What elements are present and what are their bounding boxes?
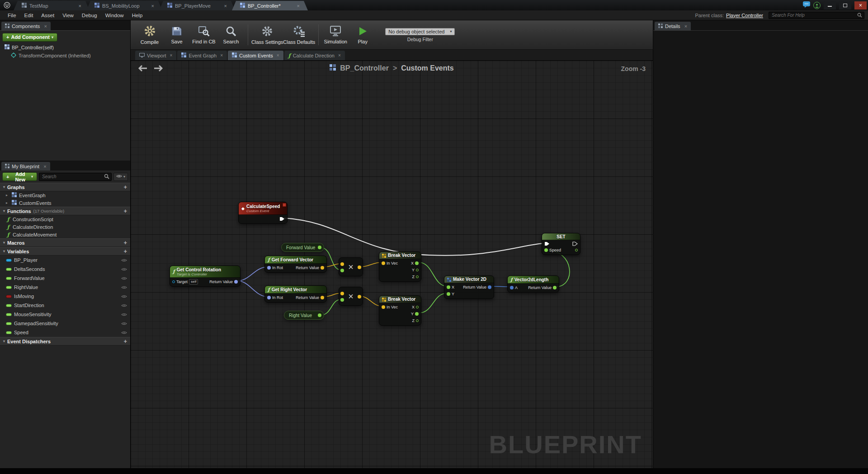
document-tab-testmap[interactable]: TestMap × xyxy=(14,1,90,10)
target-self-field[interactable]: self xyxy=(189,279,198,284)
visibility-eye-icon[interactable] xyxy=(121,322,127,326)
visibility-eye-icon[interactable] xyxy=(121,258,127,262)
maximize-button[interactable] xyxy=(839,1,851,9)
variable-row-ismoving[interactable]: IsMoving xyxy=(0,292,130,301)
document-tab-bp-playermove[interactable]: BP_PlayerMove × xyxy=(159,1,235,10)
node-set-speed[interactable]: SET Speed xyxy=(542,233,580,255)
class-settings-button[interactable]: Class Settings xyxy=(251,22,283,48)
node-break-vector[interactable]: Break Vector In Vec X Y Z xyxy=(379,295,421,326)
collapse-arrow-icon[interactable]: ▾ xyxy=(3,339,5,343)
return-value-pin[interactable] xyxy=(488,285,491,289)
close-panel-icon[interactable]: × xyxy=(43,164,46,169)
find-in-cb-button[interactable]: Find in CB xyxy=(190,22,217,48)
y-pin[interactable] xyxy=(415,312,419,316)
variable-row-rightvalue[interactable]: RightValue xyxy=(0,283,130,292)
add-component-button[interactable]: + Add Component ▾ xyxy=(2,33,57,42)
component-item-transform[interactable]: TransformComponent (Inherited) xyxy=(0,52,130,60)
node-get-forward-vector[interactable]: ƒ Get Forward Vector In Rot Return Value xyxy=(264,256,327,273)
details-tab[interactable]: Details × xyxy=(655,22,691,30)
collapse-arrow-icon[interactable]: ▾ xyxy=(3,241,5,245)
components-tab[interactable]: Components × xyxy=(1,22,51,30)
visibility-eye-icon[interactable] xyxy=(121,313,127,317)
visibility-eye-icon[interactable] xyxy=(121,267,127,271)
close-panel-icon[interactable]: × xyxy=(44,24,47,29)
visibility-eye-icon[interactable] xyxy=(121,276,127,280)
speed-out-pin[interactable] xyxy=(575,249,578,251)
x-pin[interactable] xyxy=(447,285,450,289)
graph-tab-viewport[interactable]: Viewport × xyxy=(135,51,176,60)
collapse-arrow-icon[interactable]: ▾ xyxy=(3,185,5,189)
menu-file[interactable]: File xyxy=(4,13,20,18)
my-blueprint-search-input[interactable] xyxy=(41,174,103,180)
close-window-button[interactable]: × xyxy=(854,1,867,9)
close-tab-icon[interactable]: × xyxy=(79,3,81,9)
in-vec-pin[interactable] xyxy=(382,261,385,265)
output-pin[interactable] xyxy=(358,295,361,299)
menu-debug[interactable]: Debug xyxy=(78,13,101,18)
function-item-calculatemovement[interactable]: ƒ CalculateMovement xyxy=(0,231,130,238)
return-value-pin[interactable] xyxy=(321,266,324,270)
variable-row-startdirection[interactable]: StartDirection xyxy=(0,301,130,310)
nav-back-icon[interactable] xyxy=(138,65,148,74)
graph-canvas[interactable]: BP_Controller > Custom Events Zoom -3 BL… xyxy=(131,61,653,468)
z-pin[interactable] xyxy=(416,319,419,322)
visibility-eye-icon[interactable] xyxy=(121,285,127,289)
add-macro-icon[interactable]: + xyxy=(123,241,127,245)
variable-row-forwardvalue[interactable]: ForwardValue xyxy=(0,274,130,283)
close-tab-icon[interactable]: × xyxy=(277,53,279,58)
node-make-vector-2d[interactable]: Make Vector 2D X Return Value Y xyxy=(444,275,494,299)
node-break-vector[interactable]: Break Vector In Vec X Y Z xyxy=(379,251,421,282)
return-value-pin[interactable] xyxy=(553,286,557,289)
add-event-dispatcher-icon[interactable]: + xyxy=(123,339,127,344)
visibility-eye-icon[interactable] xyxy=(121,303,127,308)
document-tab-bs-mobilityloop[interactable]: BS_MobilityLoop × xyxy=(86,1,162,10)
menu-window[interactable]: Window xyxy=(101,13,128,18)
in-vec-pin[interactable] xyxy=(382,305,385,309)
save-button[interactable]: Save xyxy=(163,22,190,48)
return-value-pin[interactable] xyxy=(234,280,238,284)
my-blueprint-tab[interactable]: My Blueprint × xyxy=(1,162,50,171)
graph-tab-calculate-direction[interactable]: ƒ Calculate Direction × xyxy=(284,51,345,60)
node-get-forward-value[interactable]: Forward Value xyxy=(281,243,324,252)
output-pin[interactable] xyxy=(318,246,321,249)
close-panel-icon[interactable]: × xyxy=(684,24,687,29)
minimize-button[interactable] xyxy=(824,1,836,9)
document-tab-bp-controller[interactable]: BP_Controller* × xyxy=(232,1,308,10)
a-pin[interactable] xyxy=(510,286,514,289)
input-pin-a[interactable] xyxy=(340,292,344,295)
graph-item-eventgraph[interactable]: ▸ EventGraph xyxy=(0,191,130,199)
output-pin[interactable] xyxy=(318,313,321,317)
search-button[interactable]: Search xyxy=(217,22,245,48)
graph-tab-event-graph[interactable]: Event Graph × xyxy=(177,51,227,60)
close-tab-icon[interactable]: × xyxy=(297,3,300,9)
section-variables[interactable]: ▾ Variables + xyxy=(0,247,130,256)
chat-icon[interactable] xyxy=(803,1,810,9)
input-pin-a[interactable] xyxy=(340,262,344,266)
input-pin-b[interactable] xyxy=(340,269,344,272)
exec-out-pin[interactable] xyxy=(279,217,285,221)
play-button[interactable]: Play xyxy=(349,22,376,48)
node-get-right-vector[interactable]: ƒ Get Right Vector In Rot Return Value xyxy=(264,285,327,303)
node-get-right-value[interactable]: Right Value xyxy=(284,311,324,320)
add-graph-icon[interactable]: + xyxy=(123,185,127,190)
parent-class-link[interactable]: Player Controller xyxy=(726,13,763,18)
variable-row-gamepadsensitivity[interactable]: GamepadSensitivity xyxy=(0,319,130,328)
node-multiply[interactable]: × xyxy=(339,287,363,306)
menu-asset[interactable]: Asset xyxy=(37,13,58,18)
collapse-arrow-icon[interactable]: ▾ xyxy=(3,209,5,213)
close-tab-icon[interactable]: × xyxy=(338,53,341,58)
nav-forward-icon[interactable] xyxy=(153,65,163,74)
component-item-self[interactable]: BP_Controller(self) xyxy=(0,43,130,52)
graph-item-customevents[interactable]: ▸ CustomEvents xyxy=(0,199,130,207)
menu-view[interactable]: View xyxy=(58,13,78,18)
collapse-arrow-icon[interactable]: ▾ xyxy=(3,249,5,253)
visibility-eye-icon[interactable] xyxy=(121,331,127,335)
node-calculatespeed-event[interactable]: ◆ CalculateSpeed Custom Event xyxy=(238,202,288,224)
menu-edit[interactable]: Edit xyxy=(20,13,38,18)
return-value-pin[interactable] xyxy=(321,296,324,299)
simulation-button[interactable]: Simulation xyxy=(322,22,349,48)
speed-in-pin[interactable] xyxy=(544,248,548,252)
function-item-calculatedirection[interactable]: ƒ CalculateDirection xyxy=(0,223,130,231)
section-graphs[interactable]: ▾ Graphs + xyxy=(0,183,130,191)
debug-object-dropdown[interactable]: No debug object selected ▾ xyxy=(385,28,455,35)
